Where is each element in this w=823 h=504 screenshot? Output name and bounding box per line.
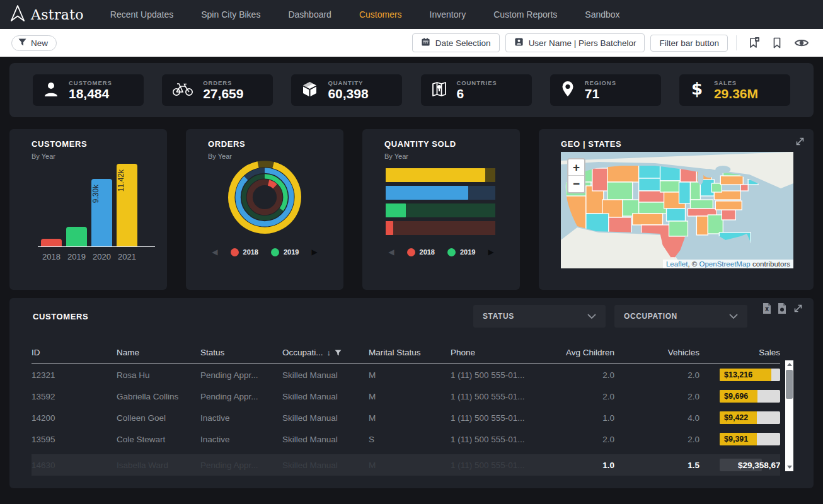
us-states-map[interactable]	[561, 152, 793, 268]
hbar-2020[interactable]	[386, 186, 495, 200]
bar-value-label: 9.30k	[91, 185, 112, 203]
cell-status: Inactive	[200, 413, 282, 423]
col-id[interactable]: ID	[32, 348, 117, 357]
table-row[interactable]: 12321 Rosa Hu Pending Appr... Skilled Ma…	[32, 364, 780, 386]
svg-text:X: X	[765, 307, 769, 312]
bicycle-icon	[172, 81, 193, 99]
table-row[interactable]: 13595 Cole Stewart Inactive Skilled Manu…	[32, 428, 780, 450]
user-badge-icon	[514, 37, 524, 49]
scroll-up-icon[interactable]	[787, 363, 792, 366]
cell-occupation: Skilled Manual	[282, 370, 369, 380]
hbar-fill	[386, 186, 468, 200]
date-selection-button[interactable]: Date Selection	[412, 33, 500, 52]
legend-dot	[271, 248, 279, 256]
box-icon	[301, 81, 318, 100]
cell-vehicles: 2.0	[614, 435, 699, 444]
legend-item-2018[interactable]: 2018	[407, 248, 435, 256]
legend-prev-icon[interactable]: ◀	[388, 248, 394, 256]
zoom-in-button[interactable]: +	[568, 159, 584, 176]
legend-item-2018[interactable]: 2018	[231, 248, 258, 256]
nav-item-sandbox[interactable]: Sandbox	[585, 9, 619, 20]
nav-item-spin-city-bikes[interactable]: Spin City Bikes	[201, 9, 260, 20]
legend-dot	[407, 248, 415, 256]
scroll-down-icon[interactable]	[787, 466, 792, 469]
nav-item-recent-updates[interactable]: Recent Updates	[110, 9, 173, 20]
nav-item-customers[interactable]: Customers	[359, 9, 402, 20]
eye-icon[interactable]	[791, 37, 812, 49]
hbar-2019[interactable]	[386, 203, 495, 217]
map-canvas[interactable]: + − Leaflet, © OpenStreetMap contributor…	[561, 152, 793, 268]
cell-marital: M	[369, 370, 451, 380]
funnel-icon	[18, 38, 26, 48]
table-row[interactable]: 13592 Gabriella Collins Pending Appr... …	[32, 386, 780, 407]
col-vehicles[interactable]: Vehicles	[614, 348, 699, 357]
legend-item-2019[interactable]: 2019	[271, 248, 299, 256]
calendar-icon	[421, 37, 430, 49]
table-row[interactable]: 14200 Colleen Goel Inactive Skilled Manu…	[32, 407, 780, 428]
status-filter-dropdown[interactable]: STATUS	[473, 305, 606, 328]
table-scrollbar[interactable]	[785, 360, 793, 471]
col-phone[interactable]: Phone	[451, 348, 555, 357]
sort-descending-icon[interactable]: ↓	[327, 348, 331, 357]
cell-occupation: Skilled Manual	[282, 392, 369, 401]
legend-prev-icon[interactable]: ◀	[212, 248, 217, 256]
cell-children: 1.0	[555, 413, 614, 423]
scrollbar-thumb[interactable]	[786, 370, 793, 399]
col-sales[interactable]: Sales	[699, 348, 780, 357]
legend-next-icon[interactable]: ▶	[488, 248, 493, 256]
col-marital-status[interactable]: Marital Status	[369, 348, 451, 357]
kpi-card-quantity: QUANTITY60,398	[291, 74, 402, 106]
great-lake	[703, 169, 715, 178]
column-filter-icon[interactable]	[335, 350, 342, 356]
col-occupation[interactable]: Occupati... ↓	[282, 348, 369, 357]
nav-item-dashboard[interactable]: Dashboard	[288, 9, 331, 20]
new-filter-button[interactable]: New	[11, 35, 57, 51]
panel-title: ORDERS	[208, 139, 245, 149]
col-name[interactable]: Name	[117, 348, 200, 357]
brand-name: Astrato	[31, 7, 84, 23]
toolbar: New Date Selection User Name | Piers Bat…	[0, 29, 823, 57]
brand[interactable]: Astrato	[10, 4, 84, 25]
export-file-icon[interactable]	[778, 303, 786, 314]
user-name-label: User Name | Piers Batchelor	[529, 38, 636, 48]
great-lake	[697, 169, 703, 185]
expand-icon[interactable]	[795, 136, 805, 149]
bar-2020[interactable]: 9.30k	[91, 179, 112, 246]
col-status[interactable]: Status	[200, 348, 282, 357]
ghost-cell: M	[369, 461, 451, 470]
orders-radial-chart[interactable]	[226, 158, 304, 236]
legend-dot	[447, 248, 456, 256]
nav-item-custom-reports[interactable]: Custom Reports	[493, 9, 557, 20]
location-pin-icon	[560, 80, 575, 100]
user-name-button[interactable]: User Name | Piers Batchelor	[505, 33, 645, 52]
bar-2021[interactable]: 11.42k	[117, 164, 137, 246]
occupation-filter-dropdown[interactable]: OCCUPATION	[614, 305, 747, 328]
cell-sales: $13,216	[699, 369, 780, 381]
legend-next-icon[interactable]: ▶	[311, 248, 317, 256]
legend-item-2019[interactable]: 2019	[447, 248, 475, 256]
expand-icon[interactable]	[793, 303, 803, 314]
legend-label: 2018	[420, 248, 435, 256]
attribution-text: , ©	[688, 260, 699, 268]
kpi-strip: CUSTOMERS18,484 ORDERS27,659 QUANTITY60,…	[9, 63, 814, 117]
nav-item-inventory[interactable]: Inventory	[430, 9, 466, 20]
cell-status: Inactive	[200, 435, 282, 444]
hbar-2021[interactable]	[386, 168, 495, 182]
add-bookmark-icon[interactable]	[745, 37, 763, 49]
chart-legend: ◀ 2018 2019 ▶	[186, 248, 343, 256]
leaflet-link[interactable]: Leaflet	[666, 260, 688, 268]
zoom-out-button[interactable]: −	[568, 176, 584, 192]
top-nav: Astrato Recent Updates Spin City Bikes D…	[0, 0, 823, 29]
export-excel-icon[interactable]: X	[763, 303, 771, 314]
kpi-label: ORDERS	[203, 79, 243, 86]
bar-2019[interactable]	[66, 227, 87, 246]
filter-bar-button[interactable]: Filter bar button	[650, 35, 728, 52]
bookmark-icon[interactable]	[768, 37, 786, 49]
hbar-2018[interactable]	[386, 221, 495, 235]
bar-2018[interactable]	[41, 239, 62, 246]
osm-link[interactable]: OpenStreetMap	[699, 260, 751, 268]
kpi-value: 29.36M	[714, 86, 758, 101]
col-avg-children[interactable]: Avg Children	[555, 348, 614, 357]
sales-bar: $9,422	[720, 411, 780, 424]
kpi-value: 18,484	[69, 86, 112, 101]
